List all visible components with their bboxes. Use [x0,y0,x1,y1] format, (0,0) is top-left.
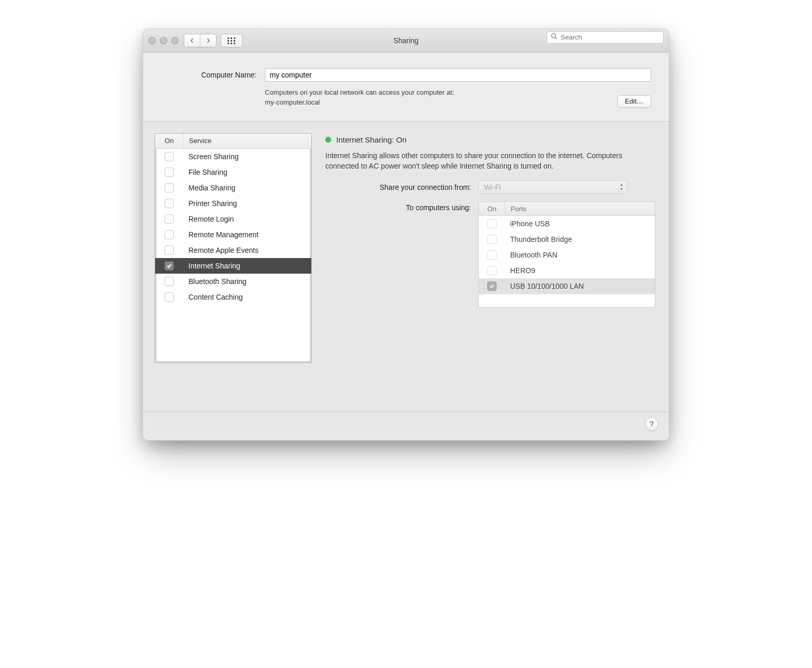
window-controls [148,37,179,44]
service-row[interactable]: Content Caching [155,289,311,305]
service-label: Content Caching [183,293,311,301]
port-row[interactable]: Thunderbolt Bridge [479,232,655,247]
port-checkbox[interactable] [487,281,497,291]
ports-header-ports[interactable]: Ports [505,202,655,215]
search-wrap [547,31,664,50]
service-label: Remote Login [183,215,311,223]
search-input[interactable] [547,31,664,44]
service-checkbox[interactable] [164,246,174,255]
port-row[interactable]: iPhone USB [479,216,655,232]
nav-segment [184,34,217,47]
services-header-service[interactable]: Service [184,134,311,148]
port-label: Thunderbolt Bridge [505,235,655,243]
share-from-select[interactable]: Wi-Fi ▲▼ [478,181,627,194]
service-checkbox[interactable] [164,261,174,271]
grid-icon [227,37,236,44]
service-row[interactable]: Remote Management [155,227,311,242]
ports-header-on[interactable]: On [479,202,505,215]
service-label: Remote Apple Events [183,246,311,254]
computer-name-label: Computer Name: [153,71,257,79]
service-row[interactable]: Remote Login [155,211,311,227]
services-header-on[interactable]: On [155,134,184,148]
service-label: Screen Sharing [183,152,311,161]
close-window-button[interactable] [148,37,156,44]
port-row[interactable]: USB 10/100/1000 LAN [479,278,655,294]
ports-row: To computers using: On Ports iPhone USBT… [325,201,655,307]
select-stepper-icon: ▲▼ [619,182,624,191]
ports-table: On Ports iPhone USBThunderbolt BridgeBlu… [478,201,655,307]
hint-line2: my-computer.local [265,98,320,106]
service-label: Internet Sharing [183,262,311,270]
port-checkbox[interactable] [487,219,497,228]
preferences-window: Sharing Computer Name: Computers on your… [143,29,669,441]
port-row[interactable]: HERO9 [479,263,655,278]
service-status-row: Internet Sharing: On [325,135,655,144]
share-from-row: Share your connection from: Wi-Fi ▲▼ [325,181,655,194]
port-label: USB 10/100/1000 LAN [505,282,655,290]
service-checkbox[interactable] [164,214,174,224]
service-checkbox[interactable] [164,199,174,208]
help-button[interactable]: ? [645,417,658,431]
services-header-row: On Service [155,134,311,149]
service-row[interactable]: Media Sharing [155,180,311,196]
port-checkbox[interactable] [487,250,497,260]
port-checkbox[interactable] [487,235,497,244]
service-description: Internet Sharing allows other computers … [325,150,655,172]
zoom-window-button[interactable] [171,37,179,44]
service-checkbox[interactable] [164,183,174,192]
service-row[interactable]: Internet Sharing [155,258,311,274]
titlebar: Sharing [143,29,669,53]
back-button[interactable] [184,34,200,47]
computer-name-section: Computer Name: Computers on your local n… [143,53,669,122]
forward-button[interactable] [200,34,216,47]
service-row[interactable]: Bluetooth Sharing [155,274,311,289]
minimize-window-button[interactable] [160,37,167,44]
service-label: Bluetooth Sharing [183,277,311,286]
to-computers-label: To computers using: [325,201,478,212]
service-checkbox[interactable] [164,292,174,302]
service-detail: Internet Sharing: On Internet Sharing al… [325,133,655,400]
edit-hostname-button[interactable]: Edit… [617,95,651,108]
window-title: Sharing [394,36,418,45]
port-label: iPhone USB [505,220,655,228]
show-all-button[interactable] [221,34,243,47]
status-indicator-icon [325,137,331,143]
service-row[interactable]: File Sharing [155,164,311,180]
service-row[interactable]: Remote Apple Events [155,242,311,258]
services-table: On Service Screen SharingFile SharingMed… [155,133,312,363]
share-from-value: Wi-Fi [484,183,501,191]
ports-table-footer [479,294,655,307]
service-row[interactable]: Printer Sharing [155,196,311,211]
service-label: Printer Sharing [183,199,311,208]
service-label: Media Sharing [183,184,311,192]
port-label: HERO9 [505,266,655,275]
computer-name-input[interactable] [265,68,651,82]
port-row[interactable]: Bluetooth PAN [479,247,655,263]
service-checkbox[interactable] [164,277,174,286]
service-checkbox[interactable] [164,152,174,161]
hint-line1: Computers on your local network can acce… [265,88,454,96]
local-network-hint: Computers on your local network can acce… [265,88,617,108]
service-row[interactable]: Screen Sharing [155,149,311,164]
sharing-body: On Service Screen SharingFile SharingMed… [143,122,669,412]
service-checkbox[interactable] [164,230,174,239]
service-checkbox[interactable] [164,168,174,177]
ports-header-row: On Ports [479,202,655,216]
service-status-text: Internet Sharing: On [336,135,407,144]
port-checkbox[interactable] [487,266,497,275]
service-label: Remote Management [183,230,311,239]
share-from-label: Share your connection from: [325,183,478,191]
window-footer [143,412,669,440]
port-label: Bluetooth PAN [505,251,655,259]
service-label: File Sharing [183,168,311,176]
